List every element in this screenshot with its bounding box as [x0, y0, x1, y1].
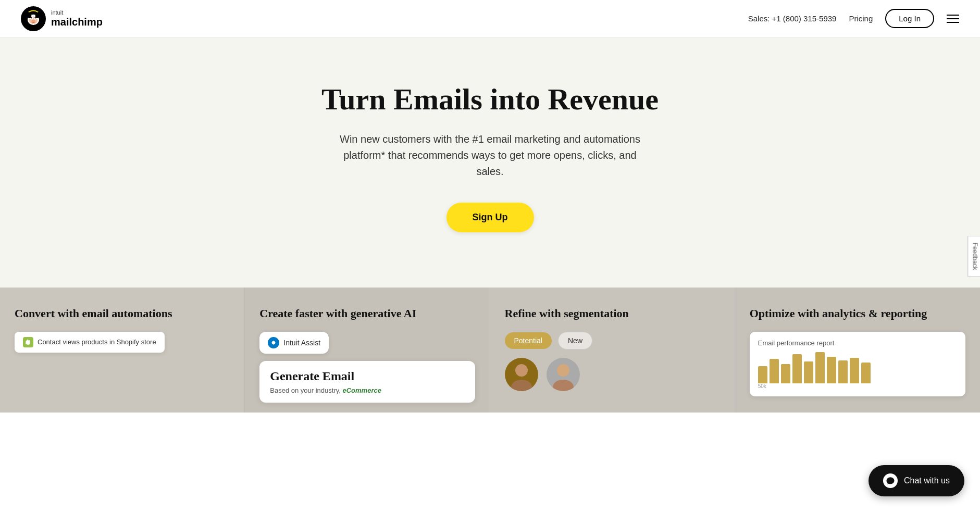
logo-text: intuit mailchimp: [51, 9, 103, 27]
navbar: intuit mailchimp Sales: +1 (800) 315-593…: [0, 0, 980, 38]
chart-bar: [815, 352, 825, 383]
hero-subtitle: Win new customers with the #1 email mark…: [334, 131, 647, 180]
hamburger-line-3: [947, 22, 959, 23]
chart-bar: [758, 366, 767, 383]
feature-card-automations: Convert with email automations Contact v…: [0, 288, 245, 413]
shopify-tag: Contact views products in Shopify store: [15, 332, 165, 353]
seg-avatars: [505, 358, 720, 391]
intuit-assist-badge: Intuit Assist: [259, 332, 329, 354]
pricing-link[interactable]: Pricing: [849, 14, 873, 23]
seg-avatar-1: [505, 358, 538, 391]
svg-point-13: [557, 364, 569, 377]
navbar-right: Sales: +1 (800) 315-5939 Pricing Log In: [748, 9, 959, 28]
chart-bar: [804, 361, 813, 383]
navbar-left: intuit mailchimp: [21, 6, 103, 31]
shopify-icon: [23, 337, 33, 347]
seg-tag-new: New: [558, 332, 592, 349]
hamburger-menu[interactable]: [947, 15, 959, 23]
generate-email-box: Generate Email Based on your industry, e…: [259, 361, 475, 403]
analytics-box: Email performance report 50k: [750, 332, 965, 396]
seg-tag-potential: Potential: [505, 332, 552, 349]
seg-avatar-2: [547, 358, 580, 391]
feature-title-segmentation: Refine with segmentation: [505, 306, 720, 321]
chart-bar: [838, 360, 848, 383]
intuit-assist-icon: [268, 337, 279, 348]
logo-mailchimp-label: mailchimp: [51, 16, 103, 28]
hero-section: Turn Emails into Revenue Win new custome…: [0, 38, 980, 288]
chart-bar: [861, 363, 871, 383]
svg-point-11: [515, 364, 528, 377]
logo-mascot: [21, 6, 46, 31]
hamburger-line-1: [947, 15, 959, 16]
svg-point-8: [28, 13, 31, 18]
logo-intuit-label: intuit: [51, 9, 103, 16]
feature-title-ai: Create faster with generative AI: [259, 306, 475, 321]
hamburger-line-2: [947, 18, 959, 19]
feedback-tab[interactable]: Feedback: [968, 235, 980, 277]
logo[interactable]: intuit mailchimp: [21, 6, 103, 31]
svg-point-12: [511, 380, 532, 391]
chart-y-label: 50k: [758, 383, 957, 389]
feature-title-automations: Convert with email automations: [15, 306, 230, 321]
svg-point-7: [31, 20, 35, 22]
feature-title-analytics: Optimize with analytics & reporting: [750, 306, 965, 321]
login-button[interactable]: Log In: [885, 9, 934, 28]
svg-point-9: [35, 13, 39, 18]
chart-bar: [792, 354, 802, 383]
chart-bar: [781, 364, 790, 383]
chart-bar: [827, 357, 836, 383]
feature-card-segmentation: Refine with segmentation Potential New: [490, 288, 735, 413]
shopify-tag-text: Contact views products in Shopify store: [38, 338, 156, 346]
features-section: Convert with email automations Contact v…: [0, 288, 980, 413]
chart-bar: [770, 359, 779, 383]
chart-bar: [850, 358, 859, 383]
analytics-chart: [758, 352, 957, 383]
sales-number: Sales: +1 (800) 315-5939: [748, 14, 837, 23]
hero-title: Turn Emails into Revenue: [321, 82, 659, 117]
generate-email-sub: Based on your industry, eCommerce: [270, 386, 464, 394]
analytics-report-label: Email performance report: [758, 339, 957, 347]
svg-point-14: [553, 380, 574, 391]
segmentation-tags: Potential New: [505, 332, 720, 349]
generate-email-title: Generate Email: [270, 369, 464, 383]
signup-button[interactable]: Sign Up: [446, 203, 534, 232]
feature-card-analytics: Optimize with analytics & reporting Emai…: [735, 288, 980, 413]
intuit-assist-label: Intuit Assist: [283, 339, 320, 347]
feature-card-ai: Create faster with generative AI Intuit …: [245, 288, 490, 413]
